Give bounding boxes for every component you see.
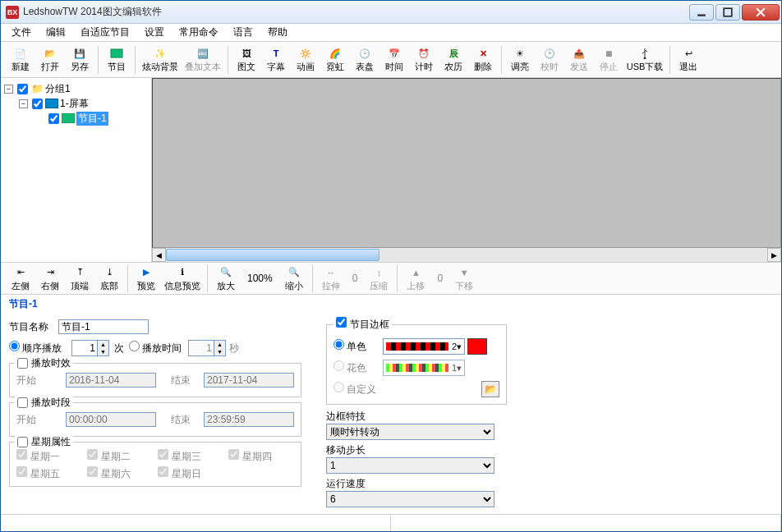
pattern2-select: 1 ▾ [383, 360, 465, 376]
tree-checkbox[interactable] [32, 99, 43, 109]
close-button[interactable] [742, 4, 780, 21]
zoom-in-button[interactable]: 🔍放大 [211, 263, 241, 295]
color-button[interactable] [467, 338, 487, 355]
play-period-checkbox[interactable] [17, 397, 28, 408]
menu-common[interactable]: 常用命令 [172, 24, 226, 41]
svg-rect-1 [724, 8, 732, 16]
saveas-button[interactable]: 💾另存 [65, 44, 94, 76]
menu-autofit[interactable]: 自适应节目 [73, 24, 137, 41]
tree-toggle[interactable]: − [19, 99, 28, 108]
props-title: 节目-1 [1, 295, 781, 314]
brightness-button[interactable]: ☀调亮 [505, 44, 535, 76]
neon-button[interactable]: 🌈霓虹 [320, 44, 350, 76]
lunar-button[interactable]: 辰农历 [439, 44, 468, 76]
program-icon [109, 46, 124, 61]
playtime-radio[interactable]: 播放时间 [129, 341, 182, 355]
tree-toggle[interactable]: − [4, 85, 13, 94]
image-icon: 🖼 [239, 46, 254, 61]
pic-button[interactable]: 🖼图文 [232, 44, 261, 76]
menu-edit[interactable]: 编辑 [39, 24, 73, 41]
minimize-button[interactable] [689, 4, 714, 21]
align-top-button[interactable]: ⤒顶端 [65, 263, 94, 295]
border-checkbox[interactable] [336, 317, 347, 328]
info-preview-button[interactable]: ℹ信息预览 [161, 263, 204, 295]
scroll-left-icon[interactable]: ◀ [152, 248, 166, 262]
text-overlay-icon: 🔤 [196, 46, 210, 61]
playtime-spinner[interactable]: ▲▼ [188, 340, 226, 356]
overlay-button[interactable]: 🔤叠加文本 [182, 44, 224, 76]
pattern1-select[interactable]: 2 ▾ [383, 338, 465, 355]
exit-button[interactable]: ↩退出 [674, 44, 703, 76]
preview-button[interactable]: ▶预览 [131, 263, 161, 295]
usb-button[interactable]: USB下载 [623, 44, 666, 76]
tree-program-label[interactable]: 节目-1 [76, 112, 108, 126]
align-right-button[interactable]: ⇥右侧 [35, 263, 65, 295]
align-toolbar: ⇤左侧 ⇥右侧 ⤒顶端 ⤓底部 ▶预览 ℹ信息预览 🔍放大 100% 🔍缩小 ↔… [1, 262, 781, 295]
border-effect-select[interactable]: 顺时针转动 [326, 424, 494, 440]
program-name-input[interactable] [58, 319, 149, 334]
open-button[interactable]: 📂打开 [35, 44, 65, 76]
stretch-button[interactable]: ↔拉伸 [316, 263, 346, 295]
new-button[interactable]: 📄新建 [6, 44, 35, 76]
anim-button[interactable]: 🔆动画 [291, 44, 320, 76]
move-step-select[interactable]: 1 [326, 457, 494, 474]
menu-help[interactable]: 帮助 [260, 24, 295, 41]
main-toolbar: 📄新建 📂打开 💾另存 节目 ✨炫动背景 🔤叠加文本 🖼图文 T字幕 🔆动画 🌈… [1, 42, 781, 78]
scroll-right-icon[interactable]: ▶ [767, 248, 781, 262]
timer-button[interactable]: ⏰计时 [409, 44, 439, 76]
single-color-radio[interactable]: 单色 [334, 339, 366, 354]
tree-checkbox[interactable] [48, 113, 59, 124]
move-down-button[interactable]: ▼下移 [449, 263, 479, 295]
folder-icon: 📁 [30, 83, 44, 94]
compress-button[interactable]: ↕压缩 [364, 263, 393, 295]
week-attr-checkbox[interactable] [17, 437, 28, 447]
tree-screen-label[interactable]: 1-屏幕 [60, 97, 89, 111]
move-up-button[interactable]: ▲上移 [401, 263, 430, 295]
thu-checkbox: 星期四 [228, 449, 294, 464]
canvas-pane: ◀ ▶ [152, 78, 781, 262]
menu-file[interactable]: 文件 [4, 24, 39, 41]
menu-language[interactable]: 语言 [226, 24, 260, 41]
send-button[interactable]: 📤发送 [564, 44, 594, 76]
horizontal-scrollbar[interactable]: ◀ ▶ [152, 248, 781, 262]
end-time-input [204, 412, 294, 427]
zoom-out-button[interactable]: 🔍缩小 [279, 263, 309, 295]
times-spinner[interactable]: ▲▼ [71, 340, 109, 356]
orderplay-radio[interactable]: 顺序播放 [9, 341, 62, 355]
run-speed-select[interactable]: 6 [326, 491, 494, 507]
save-icon: 💾 [72, 46, 87, 61]
calendar-icon: 📅 [387, 46, 402, 61]
delete-button[interactable]: ✕删除 [468, 44, 498, 76]
time-button[interactable]: 📅时间 [380, 44, 409, 76]
multi-color-radio[interactable]: 花色 [334, 360, 366, 375]
name-label: 节目名称 [9, 320, 58, 334]
custom-radio[interactable]: 自定义 [334, 382, 376, 397]
align-left-button[interactable]: ⇤左侧 [6, 263, 35, 295]
run-speed-label: 运行速度 [326, 477, 507, 491]
align-right-icon: ⇥ [43, 265, 58, 280]
tree-group-label[interactable]: 分组1 [45, 82, 71, 96]
menu-settings[interactable]: 设置 [137, 24, 172, 41]
program-icon [62, 112, 75, 124]
maximize-button[interactable] [715, 4, 740, 21]
stop-button[interactable]: ⏹停止 [594, 44, 623, 76]
svg-point-5 [644, 57, 646, 60]
bg-button[interactable]: ✨炫动背景 [139, 44, 182, 76]
move-step-label: 移动步长 [326, 443, 507, 457]
caption-button[interactable]: T字幕 [261, 44, 291, 76]
sun-checkbox: 星期日 [158, 466, 223, 481]
preview-canvas[interactable] [152, 78, 781, 248]
clock-dial-icon: 🕒 [357, 46, 372, 61]
align-bottom-button[interactable]: ⤓底部 [94, 263, 124, 295]
open-file-button[interactable]: 📂 [481, 381, 499, 397]
scroll-thumb[interactable] [166, 249, 380, 261]
zoom-value: 100% [241, 273, 279, 284]
move-value: 0 [430, 273, 449, 284]
tree-checkbox[interactable] [17, 84, 28, 94]
adjusttime-button[interactable]: 🕑校时 [535, 44, 564, 76]
program-button[interactable]: 节目 [102, 44, 131, 76]
play-effect-checkbox[interactable] [17, 358, 28, 369]
compress-icon: ↕ [371, 265, 386, 280]
send-icon: 📤 [572, 46, 586, 61]
dial-button[interactable]: 🕒表盘 [350, 44, 380, 76]
